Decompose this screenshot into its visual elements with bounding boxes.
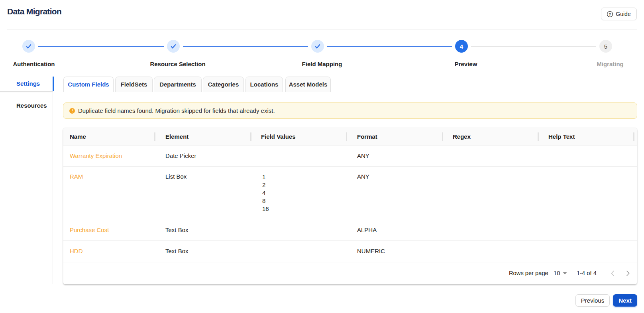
svg-text:?: ?: [609, 12, 611, 16]
